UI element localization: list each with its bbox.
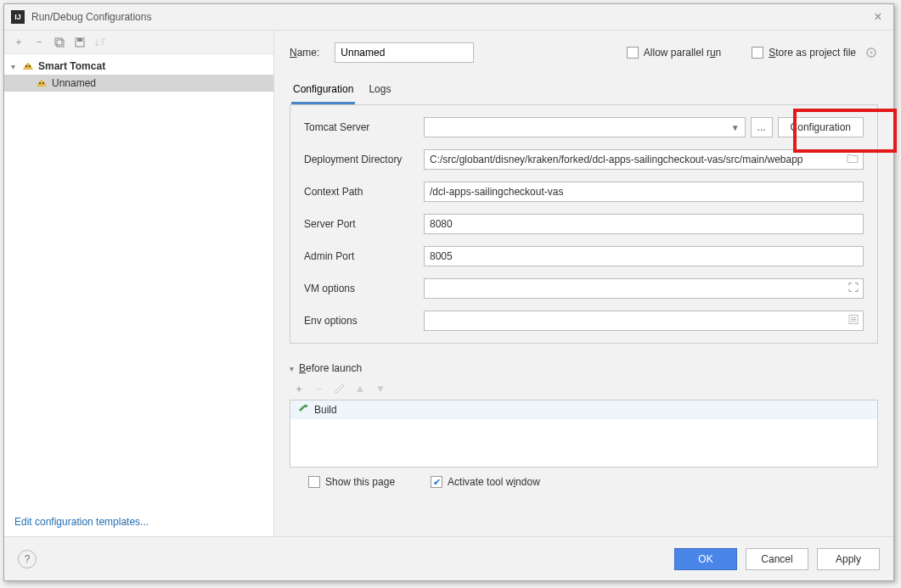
deployment-directory-label: Deployment Directory <box>304 154 419 165</box>
tabs: Configuration Logs <box>290 78 878 105</box>
dialog-footer: ? OK Cancel Apply <box>4 536 893 580</box>
checkbox-icon <box>752 47 763 59</box>
browse-button[interactable]: ... <box>751 117 773 137</box>
context-path-input[interactable]: /dcl-apps-sailingcheckout-vas <box>424 182 864 202</box>
apply-button[interactable]: Apply <box>817 548 880 570</box>
chevron-down-icon: ▼ <box>731 123 740 132</box>
name-row: Name: Allow parallel run Store as projec… <box>290 42 878 63</box>
tree-label: Smart Tomcat <box>38 60 105 72</box>
window-title: Run/Debug Configurations <box>31 11 870 23</box>
left-panel: ＋ － ▾ Smart Tomcat <box>4 31 274 536</box>
save-icon[interactable] <box>74 36 86 48</box>
checkbox-icon <box>431 476 442 488</box>
dialog-window: IJ Run/Debug Configurations × ＋ － <box>3 3 894 581</box>
gear-icon[interactable] <box>864 46 878 59</box>
remove-icon[interactable]: － <box>313 383 325 395</box>
tab-logs[interactable]: Logs <box>367 78 392 104</box>
edit-configuration-templates-link[interactable]: Edit configuration templates... <box>4 507 273 536</box>
vm-options-label: VM options <box>304 283 419 294</box>
configuration-form: Tomcat Server ▼ ... Configuration Deploy… <box>290 105 878 344</box>
close-icon[interactable]: × <box>870 9 887 25</box>
server-port-input[interactable]: 8080 <box>424 214 864 234</box>
svg-rect-3 <box>77 38 82 42</box>
svg-rect-1 <box>57 40 64 47</box>
before-launch-toolbar: ＋ － ▲ ▼ <box>290 378 878 400</box>
add-icon[interactable]: ＋ <box>293 383 305 395</box>
tab-configuration[interactable]: Configuration <box>291 78 355 104</box>
tree-node-smart-tomcat[interactable]: ▾ Smart Tomcat <box>4 58 273 75</box>
tomcat-icon <box>21 59 35 73</box>
hammer-icon <box>297 403 309 417</box>
env-options-label: Env options <box>304 315 419 327</box>
svg-point-4 <box>25 65 27 67</box>
ok-button[interactable]: OK <box>674 548 737 570</box>
cancel-button[interactable]: Cancel <box>746 548 808 570</box>
name-label: Name: <box>290 47 319 59</box>
add-icon[interactable]: ＋ <box>13 36 25 48</box>
deployment-directory-input[interactable]: C:/src/globant/disney/kraken/forked/dcl-… <box>424 149 864 170</box>
checkbox-icon <box>308 476 320 488</box>
copy-icon[interactable] <box>53 36 65 48</box>
edit-icon[interactable] <box>334 383 346 395</box>
env-options-input[interactable] <box>424 311 864 331</box>
before-launch-list: Build <box>290 400 878 468</box>
app-icon: IJ <box>11 10 25 24</box>
admin-port-label: Admin Port <box>304 250 419 262</box>
folder-icon[interactable] <box>847 154 859 166</box>
svg-point-9 <box>870 52 873 54</box>
tree-label: Unnamed <box>52 77 96 89</box>
tomcat-icon <box>35 76 48 90</box>
list-item-label: Build <box>314 404 337 416</box>
expand-icon[interactable] <box>848 283 859 295</box>
titlebar: IJ Run/Debug Configurations × <box>4 4 893 30</box>
svg-point-7 <box>42 82 44 84</box>
allow-parallel-checkbox[interactable]: Allow parallel run <box>627 47 721 59</box>
up-icon[interactable]: ▲ <box>354 383 366 395</box>
configuration-button[interactable]: Configuration <box>778 117 864 137</box>
before-launch-section: ▾ Before launch ＋ － ▲ ▼ <box>290 359 878 496</box>
list-item[interactable]: Build <box>290 400 877 419</box>
svg-point-6 <box>39 82 41 84</box>
show-this-page-checkbox[interactable]: Show this page <box>308 476 395 488</box>
name-input[interactable] <box>335 42 474 63</box>
tomcat-server-select[interactable]: ▼ <box>424 117 746 137</box>
svg-rect-0 <box>55 38 62 45</box>
store-as-project-file-checkbox[interactable]: Store as project file <box>752 46 878 59</box>
chevron-down-icon: ▾ <box>11 62 21 71</box>
list-icon[interactable] <box>848 315 859 328</box>
before-launch-options: Show this page Activate tool window <box>290 468 878 496</box>
down-icon[interactable]: ▼ <box>374 383 386 395</box>
tree-toolbar: ＋ － <box>4 31 273 54</box>
vm-options-input[interactable] <box>424 278 864 299</box>
tomcat-server-label: Tomcat Server <box>304 121 419 133</box>
activate-tool-window-checkbox[interactable]: Activate tool window <box>431 476 540 488</box>
checkbox-icon <box>627 47 639 59</box>
dialog-body: ＋ － ▾ Smart Tomcat <box>4 30 893 536</box>
context-path-label: Context Path <box>304 186 419 198</box>
config-tree: ▾ Smart Tomcat Unnamed <box>4 54 273 507</box>
right-panel: Name: Allow parallel run Store as projec… <box>274 31 893 536</box>
chevron-down-icon: ▾ <box>290 364 294 373</box>
server-port-label: Server Port <box>304 218 419 230</box>
help-icon[interactable]: ? <box>18 550 37 568</box>
remove-icon[interactable]: － <box>33 36 45 48</box>
svg-point-5 <box>29 65 31 67</box>
svg-rect-14 <box>304 405 307 407</box>
sort-icon[interactable] <box>94 36 106 48</box>
admin-port-input[interactable]: 8005 <box>424 246 864 266</box>
before-launch-header[interactable]: ▾ Before launch <box>290 359 878 378</box>
tree-node-unnamed[interactable]: Unnamed <box>4 75 273 92</box>
